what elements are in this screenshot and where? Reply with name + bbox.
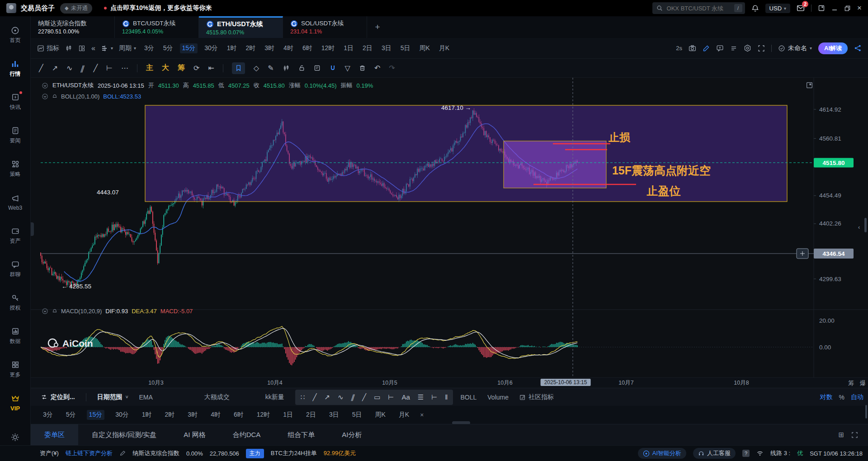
maximize-button[interactable] <box>844 5 851 12</box>
settings-icon[interactable] <box>744 44 751 52</box>
replay-icon[interactable]: « <box>91 44 95 52</box>
overlay-volume[interactable]: Volume <box>487 394 509 401</box>
align-lines-icon[interactable]: ☰ <box>418 393 424 401</box>
collapse-right-panel-icon[interactable]: ‹ <box>858 224 860 230</box>
customer-support-button[interactable]: 人工客服 <box>693 448 736 459</box>
overlay-large-trades[interactable]: 大额成交 <box>204 393 230 401</box>
timeframe-30分[interactable]: 30分 <box>113 410 131 420</box>
wave-tool[interactable]: ∿ <box>66 62 72 74</box>
pattern-icon[interactable]: ‖ <box>445 393 448 401</box>
timeframe-2日[interactable]: 2日 <box>360 43 375 53</box>
collapse-icon[interactable] <box>42 82 48 89</box>
bottom-tab-AI分析[interactable]: AI分析 <box>328 424 375 445</box>
timeframe-1日[interactable]: 1日 <box>341 43 356 53</box>
fullscreen-icon[interactable] <box>758 45 765 52</box>
symbol-tab-纳斯达克综合指数[interactable]: 纳斯达克综合指数22780.51 0.00% <box>31 16 115 38</box>
undo-icon[interactable]: ↶ <box>374 62 380 74</box>
indicator-button[interactable]: 指标 <box>37 44 59 52</box>
camera-icon[interactable] <box>689 44 696 52</box>
large-chart-button[interactable]: 大 <box>162 62 169 74</box>
draw-pencil-icon[interactable] <box>703 45 710 52</box>
arrow-line-tool[interactable]: ↗ <box>52 62 58 74</box>
timeframe-2时[interactable]: 2时 <box>163 410 177 420</box>
panel-layout-icon[interactable] <box>818 5 825 12</box>
timeframe-4时[interactable]: 4时 <box>281 43 296 53</box>
axis-corner-toggles[interactable]: 筹爆 <box>848 379 866 387</box>
avatar[interactable] <box>6 3 16 13</box>
sidebar-item-market[interactable]: 行情 <box>0 54 30 83</box>
timeframe-3日[interactable]: 3日 <box>327 410 341 420</box>
extended-line-tool[interactable]: ⊢ <box>106 62 113 74</box>
timeframe-30分[interactable]: 30分 <box>202 43 220 53</box>
overlay-ema[interactable]: EMA <box>139 394 153 401</box>
date-axis[interactable]: 10月310月410月510月610月710月82025-10-06 13:15… <box>31 377 868 388</box>
parallel-channel-tool[interactable]: ∥ <box>79 62 86 74</box>
arrow-line-icon[interactable]: ↗ <box>324 393 330 401</box>
timeframe-15分[interactable]: 15分 <box>87 410 105 420</box>
timeframe-5日[interactable]: 5日 <box>350 410 364 420</box>
expand-panel-icon[interactable] <box>851 432 858 438</box>
ai-analysis-button[interactable]: AI智能分析 <box>638 448 686 459</box>
bookmark-tool-active[interactable] <box>232 62 245 74</box>
assets-label[interactable]: 资产(¥) <box>40 449 59 457</box>
orders-label[interactable]: BTC主力24H挂单 <box>271 449 317 457</box>
timeframe-4时[interactable]: 4时 <box>208 410 223 420</box>
template-selector[interactable]: 未命名▾ <box>778 44 812 52</box>
timeframe-15分[interactable]: 15分 <box>180 43 198 53</box>
trend-line-tool[interactable]: ╱ <box>39 62 43 74</box>
sidebar-item-doc[interactable]: 要闻 <box>0 121 30 150</box>
bottom-scrollbar[interactable] <box>865 405 867 419</box>
timeframe-3日[interactable]: 3日 <box>379 43 394 53</box>
symbol-tab-ETH-USDT永续[interactable]: ETH/USDT永续4515.80 0.07% <box>199 16 283 38</box>
drag-handle-icon[interactable]: ∷ <box>301 393 305 401</box>
help-icon[interactable]: ? <box>742 450 750 457</box>
left-panel-handle[interactable] <box>31 222 34 236</box>
search-box[interactable]: / <box>652 2 745 14</box>
ray-line-icon[interactable]: ╱ <box>362 393 366 401</box>
onchain-assets-link[interactable]: 链上链下资产分析 <box>66 449 113 457</box>
percent-scale-toggle[interactable]: % <box>839 394 844 401</box>
horizontal-line-icon[interactable]: ⊢ <box>388 393 394 401</box>
brush-tool[interactable]: ✎ <box>268 62 274 74</box>
volume-profile-icon[interactable]: ▾ <box>101 45 113 52</box>
ai-explain-button[interactable]: AI解读 <box>818 42 848 54</box>
symbol-tab-SOL-USDT永续[interactable]: SOL/USDT永续231.04 1.1% <box>283 16 367 38</box>
close-button[interactable]: × <box>857 4 862 13</box>
main-force-badge[interactable]: 主力 <box>246 449 264 458</box>
overlay-kk[interactable]: kk新量 <box>265 393 284 401</box>
search-input[interactable] <box>666 5 731 12</box>
add-symbol-tab-button[interactable]: + <box>367 16 388 38</box>
comment-add-icon[interactable] <box>716 44 724 52</box>
timeframe-周K[interactable]: 周K <box>417 43 432 53</box>
share-icon[interactable] <box>854 44 862 52</box>
timeframe-5分[interactable]: 5分 <box>64 410 78 420</box>
lock-icon[interactable] <box>298 62 305 74</box>
price-chart-svg[interactable]: 4614.924560.814454.494402.264299.6320.00… <box>31 78 868 377</box>
timeframe-6时[interactable]: 6时 <box>300 43 315 53</box>
timeframe-月K[interactable]: 月K <box>437 43 452 53</box>
chart-area[interactable]: 4614.924560.814454.494402.264299.6320.00… <box>31 78 868 377</box>
rectangle-icon[interactable]: ▭ <box>374 393 380 401</box>
ray-tool[interactable]: ╱ <box>93 62 98 74</box>
chip-distribution-button[interactable]: 筹 <box>178 62 185 74</box>
mail-button[interactable]: 2 <box>797 4 805 12</box>
minimize-button[interactable] <box>831 5 838 11</box>
horizontal-line-tool[interactable]: ⇤ <box>208 62 214 74</box>
log-scale-toggle[interactable]: 对数 <box>820 393 833 401</box>
sidebar-item-vip[interactable]: VIP <box>0 389 30 417</box>
parallel-channel-icon[interactable]: ∥ <box>350 393 356 401</box>
filter-icon[interactable]: ▽ <box>345 62 350 74</box>
refresh-delay[interactable]: 2s <box>676 45 682 52</box>
vip-status-badge[interactable]: ⬥ 未开通 <box>60 3 92 14</box>
timeframe-1时[interactable]: 1时 <box>225 43 239 53</box>
text-tool-icon[interactable]: Aa <box>401 393 410 401</box>
grid-view-icon[interactable]: ⊞ <box>838 431 844 439</box>
settings-gear-icon[interactable] <box>11 433 19 442</box>
timeframe-12时[interactable]: 12时 <box>319 43 337 53</box>
bottom-tab-委单区[interactable]: 委单区 <box>31 424 78 445</box>
popout-window-icon[interactable] <box>806 81 813 89</box>
more-tools-icon[interactable]: ⋯ <box>121 62 128 74</box>
timeframe-3时[interactable]: 3时 <box>185 410 200 420</box>
profile-name[interactable]: 交易员谷子 <box>21 4 55 13</box>
sidebar-item-data[interactable]: 数据 <box>0 322 30 350</box>
